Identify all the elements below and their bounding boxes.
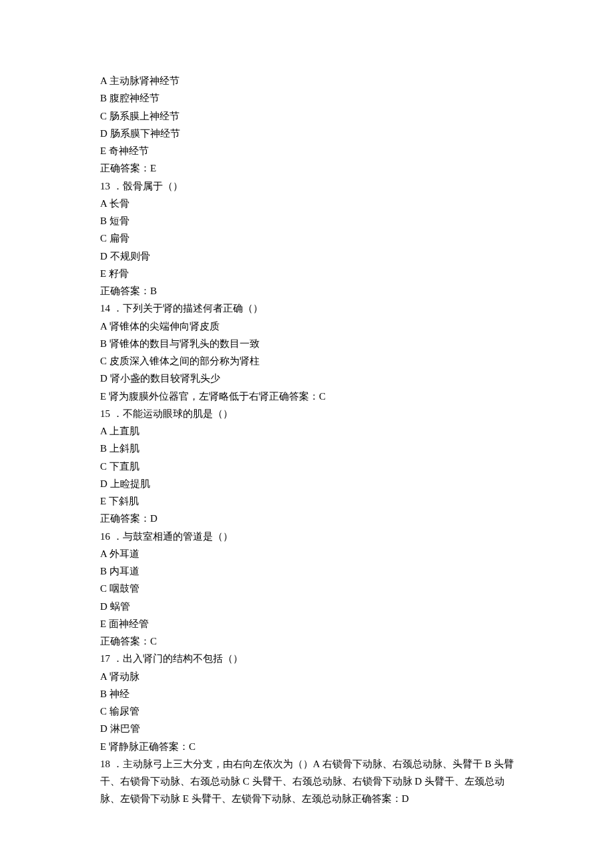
q17-option-c: C 输尿管 — [100, 703, 514, 720]
q18-stem: 18 ．主动脉弓上三大分支，由右向左依次为（）A 右锁骨下动脉、右颈总动脉、头臂… — [100, 755, 514, 808]
q15-option-b: B 上斜肌 — [100, 440, 514, 457]
q16-option-d: D 蜗管 — [100, 598, 514, 615]
q15-option-a: A 上直肌 — [100, 422, 514, 440]
q12-option-e: E 奇神经节 — [100, 142, 514, 159]
q14-option-c: C 皮质深入锥体之间的部分称为肾柱 — [100, 352, 514, 370]
q15-option-e: E 下斜肌 — [100, 492, 514, 510]
q17-option-a: A 肾动脉 — [100, 668, 514, 685]
q14-option-a: A 肾锥体的尖端伸向肾皮质 — [100, 318, 514, 335]
q14-option-d: D 肾小盏的数目较肾乳头少 — [100, 370, 514, 387]
q14-stem: 14 ．下列关于肾的描述何者正确（） — [100, 300, 514, 317]
q17-stem: 17 ．出入肾门的结构不包括（） — [100, 650, 514, 667]
q16-option-a: A 外耳道 — [100, 545, 514, 562]
q14-option-b: B 肾锥体的数目与肾乳头的数目一致 — [100, 335, 514, 352]
q16-option-c: C 咽鼓管 — [100, 580, 514, 597]
q17-option-d: D 淋巴管 — [100, 720, 514, 737]
q16-option-b: B 内耳道 — [100, 562, 514, 580]
q14-option-e: E 肾为腹膜外位器官，左肾略低于右肾正确答案：C — [100, 388, 514, 405]
q15-option-c: C 下直肌 — [100, 458, 514, 475]
q13-option-a: A 长骨 — [100, 195, 514, 212]
q12-option-d: D 肠系膜下神经节 — [100, 125, 514, 142]
q13-option-c: C 扁骨 — [100, 230, 514, 247]
q16-answer: 正确答案：C — [100, 632, 514, 650]
q17-option-e: E 肾静脉正确答案：C — [100, 738, 514, 755]
document-page: A 主动脉肾神经节 B 腹腔神经节 C 肠系膜上神经节 D 肠系膜下神经节 E … — [0, 0, 614, 868]
q16-option-e: E 面神经管 — [100, 615, 514, 632]
q15-stem: 15 ．不能运动眼球的肌是（） — [100, 405, 514, 422]
q12-option-c: C 肠系膜上神经节 — [100, 107, 514, 125]
q17-option-b: B 神经 — [100, 685, 514, 703]
q16-stem: 16 ．与鼓室相通的管道是（） — [100, 528, 514, 545]
q15-answer: 正确答案：D — [100, 510, 514, 527]
q12-option-a: A 主动脉肾神经节 — [100, 72, 514, 89]
q13-stem: 13 ．骰骨属于（） — [100, 177, 514, 195]
q15-option-d: D 上睑提肌 — [100, 475, 514, 492]
q12-answer: 正确答案：E — [100, 159, 514, 177]
q13-option-b: B 短骨 — [100, 212, 514, 230]
q13-option-e: E 籽骨 — [100, 265, 514, 282]
q13-answer: 正确答案：B — [100, 282, 514, 300]
q13-option-d: D 不规则骨 — [100, 248, 514, 265]
q12-option-b: B 腹腔神经节 — [100, 89, 514, 107]
